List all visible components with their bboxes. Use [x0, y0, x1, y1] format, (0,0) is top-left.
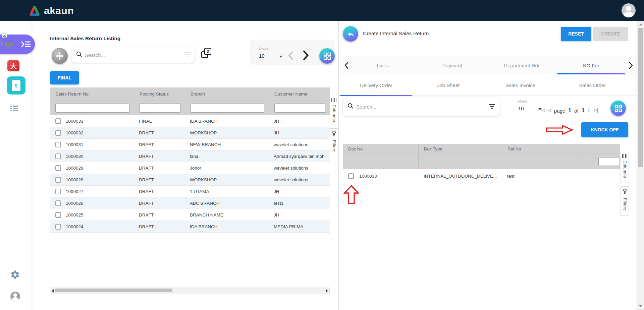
tab-payment[interactable]: Payment: [418, 56, 487, 74]
app-icon-accounting[interactable]: $: [7, 76, 25, 95]
table-row[interactable]: 1000032 DRAFT WORKSHOP JH: [50, 127, 330, 139]
row-checkbox[interactable]: [55, 177, 61, 183]
table-filter-row: [50, 101, 330, 115]
filters-side-tab[interactable]: Filters: [330, 128, 338, 158]
prev-page-button[interactable]: <: [548, 108, 551, 114]
doc-search-box: [343, 97, 500, 116]
duplicate-icon[interactable]: 2: [201, 48, 211, 58]
scroll-up-arrow[interactable]: [639, 23, 642, 25]
rows-per-page-value[interactable]: 10: [259, 53, 265, 59]
search-input[interactable]: [85, 52, 181, 58]
reset-button[interactable]: RESET: [561, 27, 591, 41]
column-filter-input[interactable]: [598, 157, 619, 166]
grid-menu-button[interactable]: [610, 101, 626, 116]
settings-gear-icon[interactable]: [10, 270, 20, 280]
column-filter-input[interactable]: [140, 104, 180, 113]
topbar: akaun: [0, 0, 644, 21]
doc-search-input[interactable]: [356, 104, 486, 110]
list-menu-icon[interactable]: [10, 106, 18, 111]
column-filter-input[interactable]: [274, 104, 325, 113]
create-button[interactable]: CREATE: [593, 27, 628, 41]
tab-bar: Lines Payment Department Hdr KO For: [339, 56, 637, 74]
columns-side-tab[interactable]: Columns: [621, 151, 629, 184]
scroll-left-arrow[interactable]: [52, 289, 54, 293]
of-word: of: [574, 108, 579, 114]
rows-dropdown-caret[interactable]: [279, 56, 282, 58]
row-checkbox[interactable]: [55, 142, 61, 147]
tenant-logo-pill[interactable]: logo: [0, 35, 35, 54]
columns-side-tab-label: Columns: [332, 105, 336, 122]
sub-tab-bar: Delivery Order Job Sheet Sales Invoice S…: [339, 74, 637, 96]
table-row[interactable]: 1000033 FINAL IDA BRANCH JH: [50, 115, 330, 127]
row-checkbox[interactable]: [55, 118, 61, 124]
app-root: akaun logo 大 $: [0, 0, 644, 310]
subtab-sales-invoice[interactable]: Sales Invoice: [484, 74, 556, 96]
back-button[interactable]: [343, 26, 358, 42]
next-page-button[interactable]: [303, 50, 309, 62]
window-vertical-scrollbar[interactable]: [637, 21, 644, 310]
last-page-button[interactable]: >|: [594, 108, 598, 114]
prev-page-button[interactable]: [288, 51, 293, 61]
row-checkbox[interactable]: [55, 165, 61, 171]
brand-logo: akaun: [28, 4, 74, 17]
posting-status: FINAL: [134, 115, 185, 127]
table-horizontal-scrollbar[interactable]: [50, 288, 330, 293]
tab-ko-for[interactable]: KO For: [556, 56, 626, 74]
row-checkbox[interactable]: [55, 189, 61, 194]
horizontal-scroll-thumb[interactable]: [55, 289, 172, 292]
table-row[interactable]: 1000031 DRAFT NEW BRANCH wavelet solutio…: [50, 139, 330, 150]
sales-return-no: 1000027: [66, 189, 84, 194]
table-row[interactable]: 1000028 DRAFT WORKSHOP wavelet solutions: [50, 174, 330, 186]
panel-title: Create Internal Sales Return: [363, 30, 429, 37]
rail-user-icon[interactable]: [10, 292, 20, 301]
row-checkbox[interactable]: [55, 224, 61, 230]
column-filter-input[interactable]: [191, 104, 264, 113]
app-icon-red[interactable]: 大: [7, 60, 19, 71]
table-row[interactable]: 1000029 DRAFT Johor wavelet solutions: [50, 162, 330, 174]
rows-per-page-value[interactable]: 10: [518, 106, 524, 111]
subtab-sales-order[interactable]: Sales Order: [556, 74, 629, 96]
columns-side-tab[interactable]: Columns: [330, 95, 338, 126]
funnel-icon: [623, 189, 627, 195]
grip-icon: [622, 154, 628, 158]
row-checkbox[interactable]: [55, 200, 61, 206]
table-row[interactable]: 1000027 DRAFT 1 UTAMA JH: [50, 186, 330, 197]
tab-lines[interactable]: Lines: [348, 56, 418, 74]
posting-status: DRAFT: [134, 139, 185, 150]
user-avatar[interactable]: [622, 3, 636, 17]
doc-table-row[interactable]: 1000033 INTERNAL_OUTBOUND_DELIVE... test: [343, 169, 620, 183]
grid-menu-button[interactable]: [319, 48, 335, 64]
row-checkbox[interactable]: [55, 153, 61, 159]
broken-image-icon: [2, 33, 7, 38]
row-checkbox[interactable]: [348, 173, 354, 179]
row-checkbox[interactable]: [55, 130, 61, 136]
tabs-scroll-right-icon[interactable]: [629, 62, 633, 70]
posting-status: DRAFT: [134, 186, 185, 197]
scroll-down-arrow[interactable]: [639, 305, 642, 307]
subtab-job-sheet[interactable]: Job Sheet: [412, 74, 484, 96]
table-row[interactable]: 1000026 DRAFT ABC BRANCH test1: [50, 197, 330, 209]
filter-icon[interactable]: [489, 104, 495, 109]
table-row[interactable]: 1000025 DRAFT BRANCH NAME JH: [50, 209, 330, 221]
filter-icon[interactable]: [184, 53, 190, 58]
subtab-delivery-order[interactable]: Delivery Order: [340, 74, 412, 96]
filters-side-tab-label: Filters: [623, 198, 627, 210]
first-page-button[interactable]: |<: [540, 108, 545, 114]
row-checkbox[interactable]: [55, 212, 61, 218]
posting-status: DRAFT: [134, 127, 185, 138]
next-page-button[interactable]: >: [588, 108, 591, 114]
column-header: Customer Name: [269, 87, 330, 101]
sidebar-toggle-icon[interactable]: [21, 41, 31, 49]
page-number: 1: [568, 108, 571, 114]
scroll-right-arrow[interactable]: [326, 289, 328, 293]
vertical-scroll-thumb[interactable]: [638, 28, 643, 167]
table-row[interactable]: 1000024 DRAFT IDA BRANCH MEDIA PRIMA: [50, 221, 330, 233]
add-record-button[interactable]: [52, 48, 68, 64]
knock-off-button[interactable]: KNOCK OFF: [581, 122, 628, 137]
final-filter-button[interactable]: FINAL: [50, 71, 79, 84]
filters-side-tab[interactable]: Filters: [621, 186, 629, 216]
tab-department-hdr[interactable]: Department Hdr: [487, 56, 556, 74]
columns-side-tab-label: Columns: [623, 161, 627, 178]
column-filter-input[interactable]: [55, 104, 129, 113]
table-row[interactable]: 1000030 DRAFT lana Ahmad syarqawi bin mo…: [50, 150, 330, 162]
